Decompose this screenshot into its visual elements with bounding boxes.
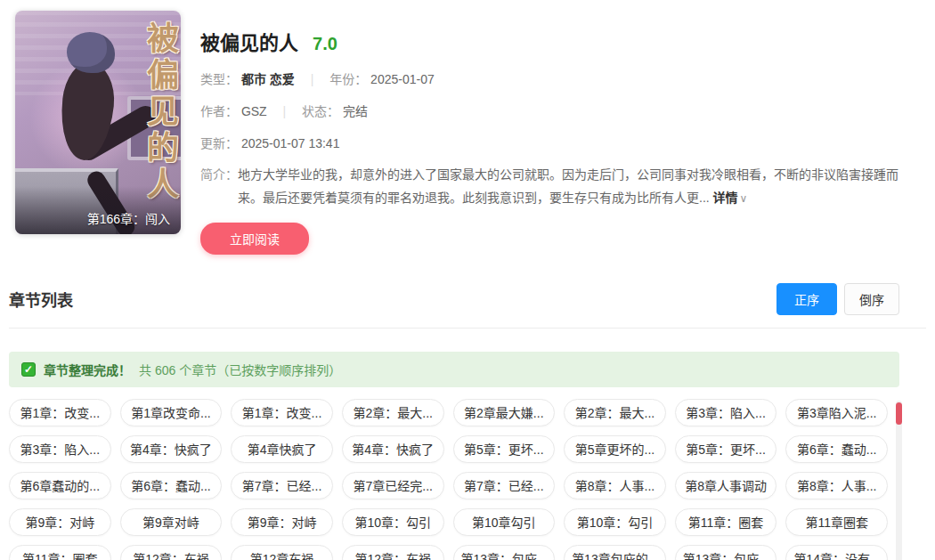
chapter-list-title: 章节列表 (9, 288, 73, 311)
chapter-button[interactable]: 第4章：快疯了 (120, 435, 223, 463)
cover-latest-chapter-badge: 第166章：闯入 (15, 186, 181, 234)
chapter-button[interactable]: 第12章车祸 (231, 545, 333, 560)
chapter-button[interactable]: 第3章：陷入... (675, 399, 777, 426)
meta-row-author-status: 作者： GSZ | 状态： 完结 (200, 101, 899, 119)
sort-ascending-button[interactable]: 正序 (776, 283, 837, 315)
type-value: 都市 恋爱 (241, 72, 295, 86)
chapter-button[interactable]: 第10章：勾引 (342, 508, 444, 536)
comic-detail-section: 被偏见的人 第166章：闯入 被偏见的人 7.0 类型： 都市 恋爱 | 年份：… (0, 0, 935, 255)
intro-row: 简介： 地方大学毕业的我，却意外的进入了国家最大的公司就职。因为走后门，公司同事… (200, 164, 899, 210)
intro-text: 地方大学毕业的我，却意外的进入了国家最大的公司就职。因为走后门，公司同事对我冷眼… (238, 164, 899, 210)
chapter-button[interactable]: 第11章圈套 (785, 508, 888, 536)
chapter-scrollbar-track[interactable] (896, 401, 902, 560)
type-label: 类型： (200, 72, 238, 86)
year-value: 2025-01-07 (370, 72, 435, 86)
check-icon: ✓ (21, 362, 36, 377)
meta-divider: | (311, 72, 314, 86)
chapter-button[interactable]: 第2章：最大... (564, 399, 666, 426)
chapter-button[interactable]: 第8章：人事... (564, 472, 666, 499)
chapter-button[interactable]: 第6章蠢动的... (9, 472, 111, 499)
chapter-grid: 第1章：改变...第1章改变命...第1章：改变...第2章：最大...第2章最… (9, 399, 902, 560)
chapter-button[interactable]: 第7章：已经... (231, 472, 333, 499)
notice-detail-text: 共 606 个章节（已按数字顺序排列） (139, 361, 341, 378)
chapter-button[interactable]: 第6章：蠢动... (120, 472, 223, 499)
chapter-button[interactable]: 第5章更坏的... (564, 435, 666, 463)
chapter-button[interactable]: 第4章快疯了 (231, 435, 333, 463)
section-divider (9, 328, 926, 329)
chapter-scrollbar-thumb[interactable] (896, 402, 902, 425)
chapter-button[interactable]: 第13章包庇的... (564, 545, 666, 560)
title-row: 被偏见的人 7.0 (200, 27, 899, 55)
chapter-button[interactable]: 第8章：人事... (785, 472, 888, 499)
chapter-button[interactable]: 第12章：车祸 (120, 545, 223, 560)
intro-text-body: 地方大学毕业的我，却意外的进入了国家最大的公司就职。因为走后门，公司同事对我冷眼… (238, 167, 898, 205)
chapter-button[interactable]: 第9章：对峙 (9, 508, 111, 536)
chapter-button[interactable]: 第2章：最大... (342, 399, 444, 426)
chapter-button[interactable]: 第13章：包庇... (675, 545, 777, 560)
chapter-button[interactable]: 第11章：圈套 (9, 545, 111, 560)
chapter-button[interactable]: 第7章：已经... (453, 472, 556, 499)
meta-row-type-year: 类型： 都市 恋爱 | 年份： 2025-01-07 (200, 69, 899, 87)
chapter-section-header: 章节列表 正序 倒序 (0, 283, 935, 315)
chapter-button[interactable]: 第13章：包庇... (453, 545, 556, 560)
chapter-button[interactable]: 第3章陷入泥... (785, 399, 888, 426)
chapter-button[interactable]: 第4章：快疯了 (342, 435, 444, 463)
status-value: 完结 (343, 104, 368, 118)
chapter-button[interactable]: 第9章对峙 (120, 508, 223, 536)
chapter-button[interactable]: 第1章：改变... (231, 399, 333, 426)
chapter-button[interactable]: 第2章最大嫌... (453, 399, 556, 426)
sort-button-group: 正序 倒序 (776, 283, 899, 315)
cover-art-figure-hair (67, 32, 115, 73)
detail-link-label: 详情 (713, 191, 738, 205)
chapter-button[interactable]: 第9章：对峙 (231, 508, 333, 536)
chapter-button[interactable]: 第3章：陷入... (9, 435, 111, 463)
chapter-list-container: 第1章：改变...第1章改变命...第1章：改变...第2章：最大...第2章最… (9, 399, 902, 560)
cover-vertical-title: 被偏见的人 (143, 21, 175, 204)
detail-expand-link[interactable]: 详情∨ (713, 191, 748, 205)
chapter-button[interactable]: 第11章：圈套 (675, 508, 777, 536)
author-value: GSZ (241, 104, 267, 118)
chapter-button[interactable]: 第5章：更坏... (675, 435, 777, 463)
author-label: 作者： (200, 104, 238, 118)
page-title: 被偏见的人 (200, 27, 298, 55)
meta-row-update: 更新： 2025-01-07 13:41 (200, 134, 899, 151)
chapter-button[interactable]: 第1章：改变... (9, 399, 111, 426)
chapter-button[interactable]: 第1章改变命... (120, 399, 223, 426)
chapter-button[interactable]: 第8章人事调动 (675, 472, 777, 499)
comic-info-panel: 被偏见的人 7.0 类型： 都市 恋爱 | 年份： 2025-01-07 作者：… (200, 11, 899, 255)
chapter-button[interactable]: 第5章：更坏... (453, 435, 556, 463)
chapter-button[interactable]: 第14章：没有... (785, 545, 888, 560)
intro-label: 简介： (200, 164, 238, 210)
chevron-down-icon: ∨ (740, 192, 748, 205)
chapter-button[interactable]: 第10章：勾引 (564, 508, 666, 536)
status-label: 状态： (302, 104, 339, 118)
chapter-button[interactable]: 第12章：车祸 (342, 545, 444, 560)
read-now-button[interactable]: 立即阅读 (200, 223, 309, 255)
chapter-button[interactable]: 第7章已经完... (342, 472, 444, 499)
chapter-sort-notice: ✓ 章节整理完成！ 共 606 个章节（已按数字顺序排列） (9, 352, 899, 387)
chapter-button[interactable]: 第6章：蠢动... (785, 435, 888, 463)
chapter-button[interactable]: 第10章勾引 (453, 508, 556, 536)
update-value: 2025-01-07 13:41 (241, 136, 340, 150)
rating-score: 7.0 (313, 34, 337, 54)
meta-divider: | (283, 104, 287, 118)
sort-descending-button[interactable]: 倒序 (844, 283, 899, 315)
comic-cover[interactable]: 被偏见的人 第166章：闯入 (15, 11, 181, 234)
notice-bold-text: 章节整理完成！ (44, 361, 131, 378)
year-label: 年份： (329, 72, 367, 86)
update-label: 更新： (200, 136, 238, 150)
